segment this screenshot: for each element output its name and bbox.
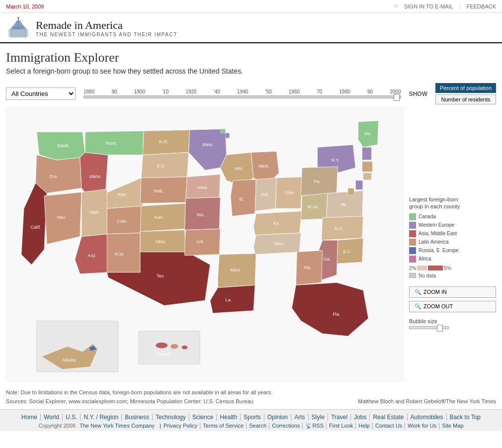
footer-contact[interactable]: Contact Us: [373, 423, 405, 429]
map-container[interactable]: Wash. Ore. Calif. Idaho Mont. N.D. S.D. …: [6, 106, 404, 384]
zoom-out-button[interactable]: 🔍 ZOOM OUT: [409, 301, 496, 312]
footer-style[interactable]: Style: [309, 414, 329, 421]
asia-swatch: [409, 230, 416, 237]
state-in[interactable]: [255, 178, 276, 214]
footer-help[interactable]: Help: [356, 423, 373, 429]
brand-bar: Remade in America The Newest Immigrants …: [0, 13, 502, 43]
rss-icon: 📡: [305, 423, 312, 429]
state-ma[interactable]: [362, 162, 373, 172]
state-ky[interactable]: [253, 211, 302, 235]
footer-travel[interactable]: Travel: [328, 414, 351, 421]
footer-health[interactable]: Health: [217, 414, 241, 421]
footer-science[interactable]: Science: [189, 414, 217, 421]
state-sd[interactable]: [141, 152, 189, 178]
footer-us[interactable]: U.S.: [63, 414, 81, 421]
state-pa[interactable]: [301, 167, 338, 196]
state-ct-ri[interactable]: [363, 173, 371, 179]
footer-first-look[interactable]: First Look: [327, 423, 356, 429]
state-ms[interactable]: [218, 254, 256, 288]
state-co[interactable]: [107, 206, 143, 234]
date-label: March 10, 2009: [6, 3, 44, 9]
page-title: Immigration Explorer: [0, 43, 502, 67]
svg-point-4: [17, 17, 19, 18]
zoom-in-icon: 🔍: [415, 289, 421, 295]
footer-technology[interactable]: Technology: [153, 414, 189, 421]
nyt-link[interactable]: The New York Times Company: [77, 423, 157, 429]
state-ok[interactable]: [140, 230, 185, 252]
timeline-thumb[interactable]: [394, 94, 400, 101]
footer-real-estate[interactable]: Real Estate: [370, 414, 407, 421]
brand-text: Remade in America The Newest Immigrants …: [36, 19, 177, 37]
state-nd[interactable]: [143, 130, 189, 155]
state-mo[interactable]: [184, 197, 220, 230]
latin-america-swatch: [409, 239, 416, 246]
africa-swatch: [409, 256, 416, 263]
state-ne[interactable]: [140, 177, 187, 203]
footer-home[interactable]: Home: [18, 414, 41, 421]
footer-world[interactable]: World: [41, 414, 63, 421]
state-al[interactable]: [296, 251, 322, 285]
footer-jobs[interactable]: Jobs: [351, 414, 370, 421]
state-va[interactable]: [327, 190, 363, 217]
timeline-slider[interactable]: [84, 95, 401, 98]
svg-point-54: [181, 346, 187, 350]
top-bar: March 10, 2009 ✉ SIGN IN TO E-MAIL | FEE…: [0, 0, 502, 13]
state-me[interactable]: [358, 121, 379, 147]
russia-label: Russia, E. Europe: [418, 248, 459, 253]
state-nc[interactable]: [322, 216, 363, 240]
state-nm[interactable]: [107, 233, 141, 272]
state-la[interactable]: [210, 285, 255, 313]
footer-site-map[interactable]: Site Map: [439, 423, 466, 429]
footer-rss[interactable]: 📡RSS: [303, 423, 327, 429]
svg-point-53: [170, 344, 178, 349]
svg-rect-56: [220, 129, 225, 133]
footer-terms[interactable]: Terms of Service: [200, 423, 247, 429]
state-sc[interactable]: [336, 238, 363, 264]
country-select[interactable]: All Countries: [6, 88, 76, 100]
signin-link[interactable]: SIGN IN TO E-MAIL: [404, 3, 453, 9]
footer-sports[interactable]: Sports: [241, 414, 264, 421]
feedback-link[interactable]: FEEDBACK: [467, 3, 496, 9]
footer-privacy[interactable]: Privacy Policy: [161, 423, 200, 429]
footer-business[interactable]: Business: [122, 414, 153, 421]
legend-western-europe: Western Europe: [409, 222, 496, 229]
state-or[interactable]: [36, 155, 82, 193]
state-ks[interactable]: [140, 203, 185, 231]
year-1960: 1960: [289, 89, 300, 94]
state-nv[interactable]: [44, 192, 82, 245]
state-oh[interactable]: [275, 177, 302, 209]
state-tn[interactable]: [253, 233, 301, 255]
state-il[interactable]: [231, 179, 256, 216]
state-mt[interactable]: [85, 131, 144, 155]
us-map[interactable]: Wash. Ore. Calif. Idaho Mont. N.D. S.D. …: [6, 106, 404, 382]
show-percent-button[interactable]: Percent of population: [435, 83, 496, 93]
state-ar[interactable]: [184, 229, 220, 255]
state-wa[interactable]: [37, 132, 85, 160]
bubble-thumb[interactable]: [437, 325, 443, 332]
footer-search[interactable]: Search: [247, 423, 269, 429]
controls-row: All Countries 1880 90 1900 '10 1920 '40 …: [0, 80, 502, 104]
footer-opinion[interactable]: Opinion: [264, 414, 291, 421]
show-buttons: Percent of population Number of resident…: [435, 83, 496, 104]
svg-rect-57: [226, 133, 230, 138]
brand-subtitle: The Newest Immigrants and Their Impact: [36, 32, 177, 37]
state-de-md[interactable]: [348, 188, 354, 195]
footer-work-for-us[interactable]: Work for Us: [405, 423, 439, 429]
divider: |: [459, 3, 461, 9]
state-hi[interactable]: [156, 342, 168, 348]
footer-ny-region[interactable]: N.Y. / Region: [81, 414, 122, 421]
footer-arts[interactable]: Arts: [291, 414, 308, 421]
zoom-in-label: ZOOM IN: [423, 289, 447, 295]
footer-automobiles[interactable]: Automobiles: [408, 414, 447, 421]
state-wv[interactable]: [301, 193, 328, 220]
footer-corrections[interactable]: Corrections: [269, 423, 303, 429]
state-nj[interactable]: [355, 180, 362, 189]
bubble-slider[interactable]: [409, 326, 449, 329]
footer-back-to-top[interactable]: Back to Top: [447, 414, 484, 421]
state-vt-nh[interactable]: [362, 147, 371, 160]
legend-nodata: No data: [409, 273, 496, 278]
state-ut[interactable]: [82, 189, 107, 237]
state-id[interactable]: [80, 152, 108, 195]
zoom-in-button[interactable]: 🔍 ZOOM IN: [409, 286, 496, 298]
show-number-button[interactable]: Number of residents: [435, 94, 496, 104]
